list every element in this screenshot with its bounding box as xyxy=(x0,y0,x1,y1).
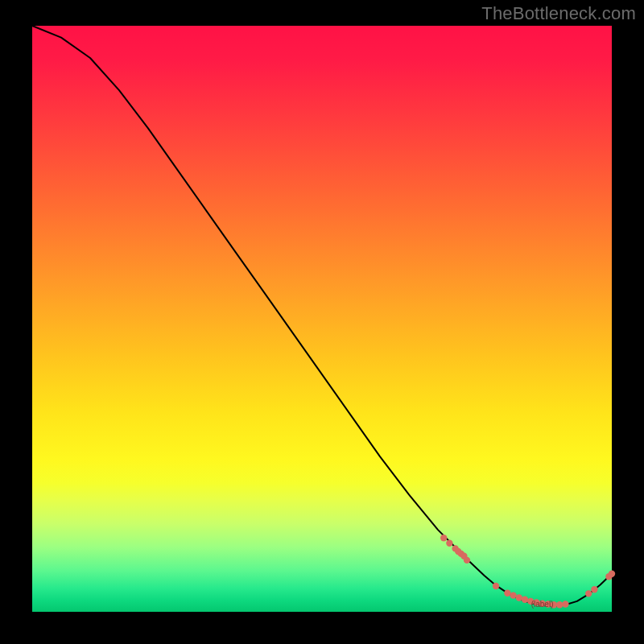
data-point xyxy=(446,540,452,547)
chart-frame: TheBottleneck.com (label) xyxy=(0,0,644,644)
scatter-points xyxy=(440,535,615,608)
data-point xyxy=(510,592,516,598)
curve-label: (label) xyxy=(531,600,554,609)
plot-area: (label) xyxy=(32,26,612,612)
data-point xyxy=(504,590,510,597)
data-point xyxy=(516,594,522,601)
data-point xyxy=(464,557,470,564)
data-point xyxy=(522,597,528,603)
data-point xyxy=(556,601,563,608)
data-point xyxy=(562,601,568,607)
data-point xyxy=(493,583,499,589)
data-point xyxy=(440,535,447,541)
data-point xyxy=(609,571,615,577)
bottleneck-curve xyxy=(32,26,612,606)
data-point xyxy=(591,586,597,592)
watermark-text: TheBottleneck.com xyxy=(481,3,636,24)
chart-svg: (label) xyxy=(32,26,612,612)
data-point xyxy=(585,590,592,597)
